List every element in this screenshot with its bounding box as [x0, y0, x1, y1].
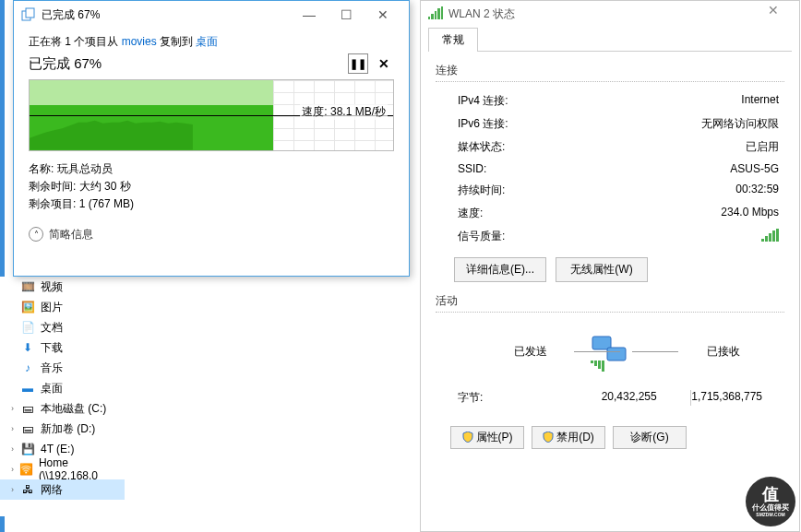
sidebar-item-label: 本地磁盘 (C:): [41, 401, 106, 417]
activity-diagram: 已发送 已接收: [436, 320, 784, 384]
hdd-icon: 🖴: [20, 421, 35, 436]
maximize-button[interactable]: ☐: [328, 3, 365, 27]
sidebar-item-label: 网络: [41, 482, 63, 498]
progress-text: 已完成 67%: [29, 55, 102, 73]
kv-ipv4: IPv4 连接:Internet: [436, 89, 784, 112]
svg-rect-6: [594, 361, 597, 366]
chevron-up-icon: ˄: [29, 227, 43, 242]
kv-ssid: SSID:ASUS-5G: [436, 159, 784, 179]
kv-val: 00:32:59: [735, 183, 779, 198]
watermark-logo: 值 什么值得买 SMZDM.COM: [746, 477, 795, 526]
bytes-sent: 20,432,255: [553, 390, 657, 406]
kv-key: IPv4 连接:: [458, 93, 508, 109]
minimize-button[interactable]: —: [291, 3, 328, 27]
kv-key: IPv6 连接:: [458, 116, 508, 132]
copy-progress-dialog: 已完成 67% — ☐ ✕ 正在将 1 个项目从 movies 复制到 桌面 已…: [13, 0, 410, 277]
svg-rect-4: [607, 348, 626, 361]
bytes-row: 字节: 20,432,255 1,715,368,775: [436, 384, 784, 411]
sidebar-item-video[interactable]: 🎞️视频: [0, 277, 125, 297]
download-icon: ⬇: [20, 340, 35, 355]
dest-link[interactable]: 桌面: [196, 35, 218, 48]
pause-button[interactable]: ❚❚: [348, 53, 368, 74]
btn-label: 属性(P): [476, 431, 513, 443]
kv-key: 媒体状态:: [458, 139, 505, 155]
chevron-right-icon[interactable]: ›: [11, 444, 20, 454]
ssd-icon: 💾: [20, 442, 35, 456]
remain-value: 大约 30 秒: [79, 180, 131, 193]
properties-button[interactable]: 属性(P): [450, 426, 524, 449]
kv-ipv6: IPv6 连接:无网络访问权限: [436, 112, 784, 136]
cancel-button[interactable]: ✕: [374, 53, 394, 74]
line-icon: [574, 351, 620, 352]
svg-rect-8: [602, 361, 604, 372]
copy-icon: [21, 7, 36, 22]
dialog-titlebar[interactable]: 已完成 67% — ☐ ✕: [14, 1, 409, 29]
line-icon: [632, 351, 678, 352]
svg-rect-1: [26, 8, 34, 18]
sidebar-item-label: 文档: [41, 320, 63, 336]
sidebar-item-disk-c[interactable]: ›🖴本地磁盘 (C:): [0, 398, 125, 419]
network-icon: 🖧: [20, 482, 35, 497]
bytes-label: 字节:: [458, 390, 553, 406]
chevron-right-icon[interactable]: ›: [11, 485, 20, 494]
svg-marker-2: [30, 121, 193, 150]
sent-label: 已发送: [514, 344, 547, 360]
diagnose-button[interactable]: 诊断(G): [613, 426, 687, 449]
name-value: 玩具总动员: [57, 162, 113, 175]
sidebar-item-label: 4T (E:): [41, 443, 74, 455]
sidebar-item-image[interactable]: 🖼️图片: [0, 297, 125, 317]
video-icon: 🎞️: [20, 279, 35, 294]
sidebar-item-docs[interactable]: 📄文档: [0, 317, 125, 337]
desktop-icon: ▬: [20, 381, 35, 396]
items-value: 1 (767 MB): [79, 197, 134, 210]
kv-speed: 速度:234.0 Mbps: [436, 202, 784, 225]
sidebar-item-disk-d[interactable]: ›🖴新加卷 (D:): [0, 419, 125, 439]
image-icon: 🖼️: [20, 300, 35, 314]
logo-char: 值: [762, 486, 779, 504]
signal-bars-icon: [761, 229, 779, 244]
chevron-right-icon[interactable]: ›: [11, 424, 20, 433]
close-button[interactable]: ✕: [755, 3, 792, 25]
sidebar-item-label: 下载: [41, 340, 63, 356]
wifi-icon: [428, 6, 443, 21]
remain-label: 剩余时间:: [29, 180, 79, 193]
dialog-title: WLAN 2 状态: [448, 6, 515, 22]
brief-info-toggle[interactable]: ˄ 简略信息: [29, 227, 394, 242]
tab-bar: 常规: [428, 27, 792, 52]
bytes-recv: 1,715,368,775: [691, 390, 762, 406]
sidebar-item-downloads[interactable]: ⬇下载: [0, 337, 125, 358]
sidebar-item-label: 图片: [41, 300, 63, 315]
disable-button[interactable]: 禁用(D): [532, 426, 605, 449]
kv-val: 234.0 Mbps: [721, 206, 779, 221]
sidebar-item-network[interactable]: ›🖧网络: [0, 479, 125, 500]
sidebar-item-desktop[interactable]: ▬桌面: [0, 378, 125, 398]
shield-icon: [543, 432, 554, 443]
chevron-right-icon[interactable]: ›: [11, 404, 20, 413]
copy-description: 正在将 1 个项目从 movies 复制到 桌面: [29, 34, 394, 50]
dialog-title: 已完成 67%: [42, 7, 291, 23]
tab-general[interactable]: 常规: [428, 28, 478, 52]
activity-section-header: 活动: [436, 293, 784, 313]
source-link[interactable]: movies: [122, 35, 157, 48]
dialog-titlebar[interactable]: WLAN 2 状态 ✕: [421, 1, 799, 27]
chevron-right-icon[interactable]: ›: [11, 465, 19, 474]
computers-icon: [589, 333, 631, 372]
netdrive-icon: 🛜: [19, 462, 33, 477]
kv-key: SSID:: [458, 162, 486, 175]
sidebar-item-music[interactable]: ♪音乐: [0, 358, 125, 378]
kv-val: 无网络访问权限: [701, 116, 779, 132]
logo-url: SMZDM.COM: [756, 513, 784, 518]
sidebar-item-label: 音乐: [41, 361, 63, 376]
details-button[interactable]: 详细信息(E)...: [454, 257, 546, 282]
kv-signal: 信号质量:: [436, 225, 784, 248]
music-icon: ♪: [20, 361, 35, 375]
kv-media: 媒体状态:已启用: [436, 136, 784, 159]
close-button[interactable]: ✕: [365, 3, 401, 27]
wifi-properties-button[interactable]: 无线属性(W): [556, 257, 648, 282]
desc-prefix: 正在将 1 个项目从: [29, 35, 122, 48]
connection-section-header: 连接: [436, 63, 784, 82]
svg-rect-7: [598, 361, 601, 369]
explorer-sidebar: 🎞️视频 🖼️图片 📄文档 ⬇下载 ♪音乐 ▬桌面 ›🖴本地磁盘 (C:) ›🖴…: [0, 277, 125, 516]
sidebar-item-nethome[interactable]: ›🛜Home (\\192.168.0: [0, 459, 125, 479]
wlan-status-dialog: WLAN 2 状态 ✕ 常规 连接 IPv4 连接:Internet IPv6 …: [420, 0, 800, 532]
